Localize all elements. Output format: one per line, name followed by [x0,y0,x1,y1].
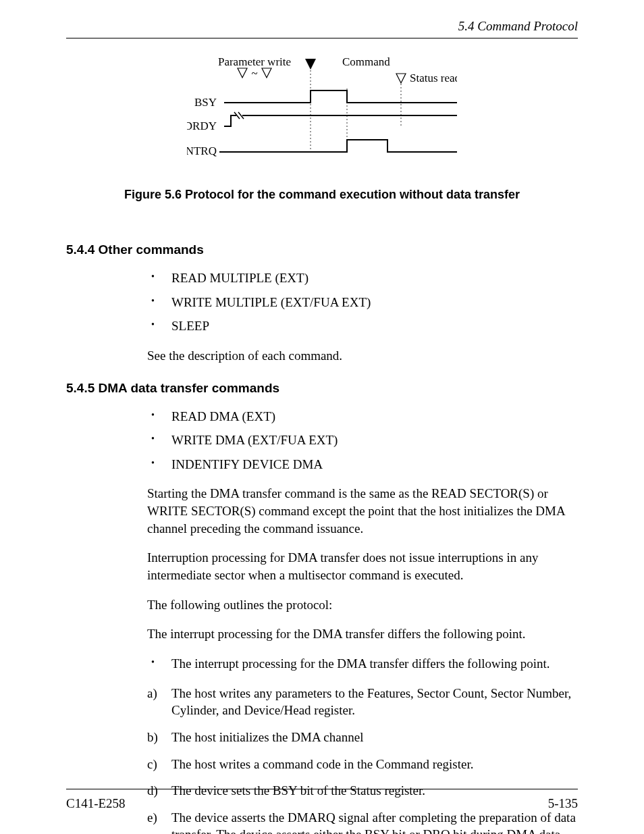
dma-p3: The following outlines the protocol: [147,596,578,614]
dma-commands-list: READ DMA (EXT) WRITE DMA (EXT/FUA EXT) I… [147,408,578,473]
step-a: a)The host writes any parameters to the … [147,685,578,719]
marker: a) [147,685,157,702]
label-command: Command [342,55,390,68]
triangle-down-icon [238,68,247,78]
list-item: READ DMA (EXT) [147,408,578,425]
list-item: WRITE MULTIPLE (EXT/FUA EXT) [147,294,578,311]
protocol-steps: a)The host writes any parameters to the … [147,685,578,834]
step-b: b)The host initializes the DMA channel [147,729,578,746]
triangle-down-filled-icon [305,59,316,70]
step-text: The device asserts the DMARQ signal afte… [171,810,576,834]
footer-left: C141-E258 [66,796,126,811]
section-544-body: READ MULTIPLE (EXT) WRITE MULTIPLE (EXT/… [147,269,578,365]
step-text: The host initializes the DMA channel [171,730,363,744]
label-intrq: INTRQ [187,145,217,157]
header-section: 5.4 Command Protocol [458,19,578,33]
list-item: WRITE DMA (EXT/FUA EXT) [147,432,578,449]
triangle-down-icon [396,74,406,83]
timing-diagram-svg: Parameter write ~ Command Status read BS… [187,53,457,165]
other-commands-list: READ MULTIPLE (EXT) WRITE MULTIPLE (EXT/… [147,269,578,335]
marker: b) [147,729,158,746]
step-text: The host writes a command code in the Co… [171,757,473,771]
page-footer: C141-E258 5-135 [66,789,578,811]
dma-p2: Interruption processing for DMA transfer… [147,549,578,583]
dma-repeat-bullet: The interrupt processing for the DMA tra… [147,655,578,673]
timing-diagram: Parameter write ~ Command Status read BS… [66,53,578,167]
other-note: See the description of each command. [147,347,578,365]
label-bsy: BSY [194,96,217,109]
label-status-read: Status read [410,72,457,84]
step-text: The host writes any parameters to the Fe… [171,686,571,718]
step-c: c)The host writes a command code in the … [147,756,578,773]
triangle-down-icon [262,68,271,78]
page: 5.4 Command Protocol Parameter write ~ C… [0,0,644,834]
marker: e) [147,809,157,827]
list-item: READ MULTIPLE (EXT) [147,269,578,287]
footer-right: 5-135 [548,796,578,811]
list-item: The interrupt processing for the DMA tra… [147,655,578,673]
figure-caption: Figure 5.6 Protocol for the command exec… [66,188,578,202]
section-545-heading: 5.4.5 DMA data transfer commands [66,381,578,396]
running-header: 5.4 Command Protocol [66,19,578,38]
list-item: SLEEP [147,317,578,335]
dma-p1: Starting the DMA transfer command is the… [147,485,578,537]
dma-p4: The interrupt processing for the DMA tra… [147,625,578,643]
section-545-body: READ DMA (EXT) WRITE DMA (EXT/FUA EXT) I… [147,408,578,834]
step-e: e)The device asserts the DMARQ signal af… [147,809,578,834]
svg-text:~: ~ [251,67,257,80]
list-item: INDENTIFY DEVICE DMA [147,456,578,473]
marker: c) [147,756,157,773]
label-drdy: DRDY [187,120,217,132]
section-544-heading: 5.4.4 Other commands [66,242,578,257]
